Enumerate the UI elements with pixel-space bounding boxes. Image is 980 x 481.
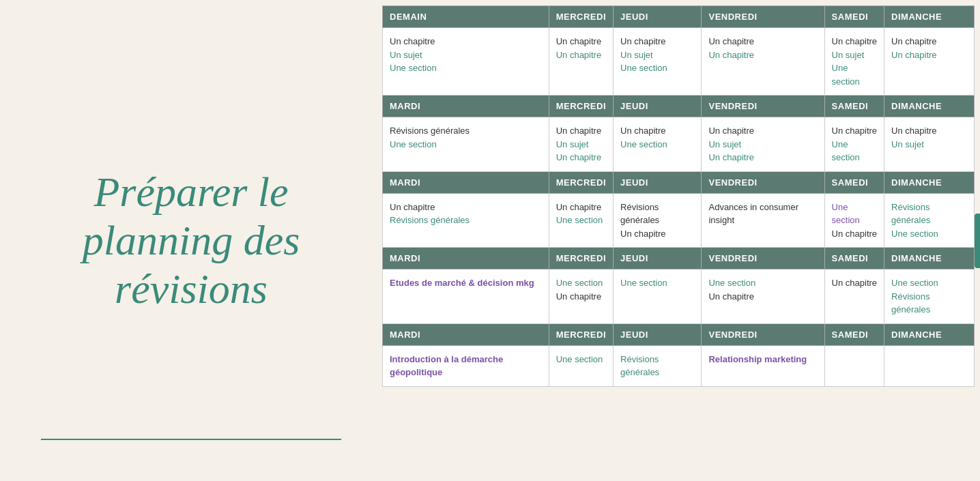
- cell: Une sectionUn chapitre: [824, 193, 884, 248]
- week-header-row: MARDIMERCREDIJEUDIVENDREDISAMEDIDIMANCHE: [383, 96, 975, 117]
- cell: Un chapitreUne section: [824, 117, 884, 172]
- week-header-row: MARDIMERCREDIJEUDIVENDREDISAMEDIDIMANCHE: [383, 171, 975, 193]
- day-header: MERCREDI: [549, 6, 613, 28]
- cell: Une sectionRévisions générales: [884, 269, 975, 324]
- cell: Un chapitreUn chapitre: [884, 28, 975, 96]
- content-row: Un chapitreUn sujetUne sectionUn chapitr…: [383, 28, 975, 96]
- cell: [824, 345, 884, 386]
- cell: Révisions généralesUn chapitre: [614, 193, 702, 248]
- cell: Révisions généralesUne section: [383, 117, 549, 172]
- cell: Une sectionUn chapitre: [549, 269, 613, 324]
- day-header: SAMEDI: [824, 6, 884, 28]
- cell: Une section: [549, 345, 613, 386]
- cell: Advances in consumer insight: [702, 193, 824, 248]
- day-header: MARDI: [383, 96, 549, 117]
- week-header-row: MARDIMERCREDIJEUDIVENDREDISAMEDIDIMANCHE: [383, 248, 975, 269]
- cell: Un chapitre: [824, 269, 884, 324]
- day-header: MERCREDI: [549, 248, 613, 269]
- cell: Un chapitreUn chapitre: [702, 28, 824, 96]
- page-title: Préparer le planning des révisions: [41, 168, 341, 314]
- cell: Un chapitreUne section: [614, 117, 702, 172]
- day-header: JEUDI: [614, 96, 702, 117]
- cell: Relationship marketing: [702, 345, 824, 386]
- day-header: MERCREDI: [549, 323, 613, 345]
- day-header: VENDREDI: [702, 96, 824, 117]
- content-row: Introduction à la démarche géopolitiqueU…: [383, 345, 975, 386]
- schedule-table-panel: DEMAINMERCREDIJEUDIVENDREDISAMEDIDIMANCH…: [382, 0, 980, 481]
- day-header: MERCREDI: [549, 171, 613, 193]
- cell: [884, 345, 975, 386]
- day-header: MARDI: [383, 171, 549, 193]
- week-header-row: MARDIMERCREDIJEUDIVENDREDISAMEDIDIMANCHE: [383, 323, 975, 345]
- day-header: JEUDI: [614, 171, 702, 193]
- day-header: MARDI: [383, 323, 549, 345]
- content-row: Etudes de marché & décision mkgUne secti…: [383, 269, 975, 324]
- title-underline: [41, 439, 341, 440]
- day-header: MARDI: [383, 248, 549, 269]
- day-header: DEMAIN: [383, 6, 549, 28]
- cell: Un chapitreUne section: [549, 193, 613, 248]
- cell: Un chapitreUn sujet: [884, 117, 975, 172]
- day-header: JEUDI: [614, 6, 702, 28]
- day-header: SAMEDI: [824, 96, 884, 117]
- cell: Un chapitreUn chapitre: [549, 28, 613, 96]
- left-panel: Préparer le planning des révisions: [0, 0, 382, 481]
- cell: Un chapitreUn sujetUn chapitre: [702, 117, 824, 172]
- day-header: JEUDI: [614, 248, 702, 269]
- day-header: VENDREDI: [702, 6, 824, 28]
- day-header: SAMEDI: [824, 171, 884, 193]
- cell: Un chapitreUn sujetUn chapitre: [549, 117, 613, 172]
- day-header: VENDREDI: [702, 248, 824, 269]
- day-header: MERCREDI: [549, 96, 613, 117]
- content-row: Un chapitreRévisions généralesUn chapitr…: [383, 193, 975, 248]
- content-row: Révisions généralesUne sectionUn chapitr…: [383, 117, 975, 172]
- scroll-indicator[interactable]: [975, 214, 980, 268]
- day-header: DIMANCHE: [884, 323, 975, 345]
- cell: Un chapitreUn sujetUne section: [614, 28, 702, 96]
- cell: Etudes de marché & décision mkg: [383, 269, 549, 324]
- cell: Révisions générales: [614, 345, 702, 386]
- day-header: SAMEDI: [824, 323, 884, 345]
- cell: Un chapitreUn sujetUne section: [824, 28, 884, 96]
- cell: Un chapitreUn sujetUne section: [383, 28, 549, 96]
- schedule-table: DEMAINMERCREDIJEUDIVENDREDISAMEDIDIMANCH…: [382, 5, 975, 387]
- day-header: DIMANCHE: [884, 248, 975, 269]
- day-header: VENDREDI: [702, 171, 824, 193]
- cell: Un chapitreRévisions générales: [383, 193, 549, 248]
- day-header: DIMANCHE: [884, 6, 975, 28]
- cell: Une sectionUn chapitre: [702, 269, 824, 324]
- cell: Une section: [614, 269, 702, 324]
- day-header: VENDREDI: [702, 323, 824, 345]
- day-header: SAMEDI: [824, 248, 884, 269]
- day-header: DIMANCHE: [884, 171, 975, 193]
- cell: Révisions généralesUne section: [884, 193, 975, 248]
- day-header: JEUDI: [614, 323, 702, 345]
- day-header: DIMANCHE: [884, 96, 975, 117]
- cell: Introduction à la démarche géopolitique: [383, 345, 549, 386]
- week-header-row: DEMAINMERCREDIJEUDIVENDREDISAMEDIDIMANCH…: [383, 6, 975, 28]
